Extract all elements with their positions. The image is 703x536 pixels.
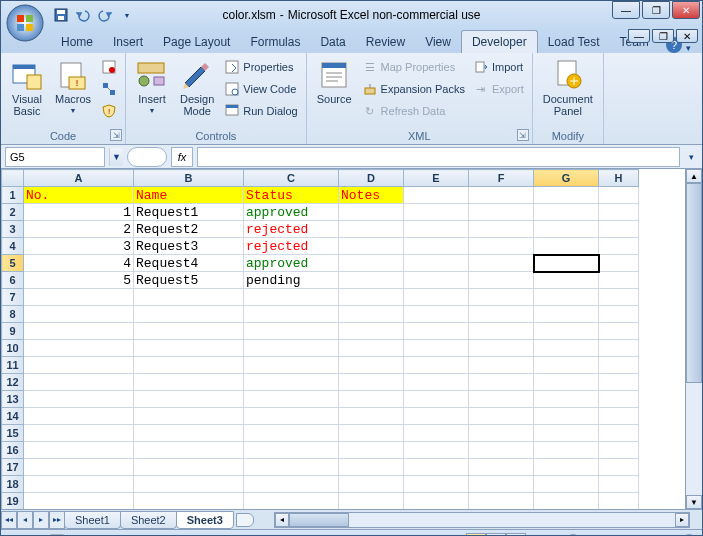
cell-G18[interactable] <box>534 476 599 493</box>
cell-D8[interactable] <box>339 306 404 323</box>
cell-C14[interactable] <box>244 408 339 425</box>
cell-B11[interactable] <box>134 357 244 374</box>
cell-H8[interactable] <box>599 306 639 323</box>
cell-A2[interactable]: 1 <box>24 204 134 221</box>
cell-H2[interactable] <box>599 204 639 221</box>
scroll-down-button[interactable]: ▼ <box>686 495 702 509</box>
cell-B13[interactable] <box>134 391 244 408</box>
cell-G15[interactable] <box>534 425 599 442</box>
cell-E17[interactable] <box>404 459 469 476</box>
cell-F4[interactable] <box>469 238 534 255</box>
cell-H16[interactable] <box>599 442 639 459</box>
cell-F18[interactable] <box>469 476 534 493</box>
cell-F16[interactable] <box>469 442 534 459</box>
col-header-D[interactable]: D <box>339 170 404 187</box>
tab-developer[interactable]: Developer <box>461 30 538 53</box>
cell-D7[interactable] <box>339 289 404 306</box>
tab-view[interactable]: View <box>415 31 461 53</box>
cell-C4[interactable]: rejected <box>244 238 339 255</box>
use-relative-refs-button[interactable] <box>99 79 119 99</box>
cell-D19[interactable] <box>339 493 404 510</box>
cell-E13[interactable] <box>404 391 469 408</box>
cell-G4[interactable] <box>534 238 599 255</box>
cell-H11[interactable] <box>599 357 639 374</box>
col-header-B[interactable]: B <box>134 170 244 187</box>
cell-C11[interactable] <box>244 357 339 374</box>
macro-record-status-icon[interactable] <box>49 533 65 537</box>
cell-H4[interactable] <box>599 238 639 255</box>
cell-F2[interactable] <box>469 204 534 221</box>
cell-H9[interactable] <box>599 323 639 340</box>
cell-B5[interactable]: Request4 <box>134 255 244 272</box>
tab-home[interactable]: Home <box>51 31 103 53</box>
cell-A19[interactable] <box>24 493 134 510</box>
vertical-scrollbar[interactable]: ▲ ▼ <box>685 169 702 509</box>
cell-B19[interactable] <box>134 493 244 510</box>
cell-A11[interactable] <box>24 357 134 374</box>
cell-B3[interactable]: Request2 <box>134 221 244 238</box>
sheet-tab-sheet2[interactable]: Sheet2 <box>120 511 177 529</box>
cell-A18[interactable] <box>24 476 134 493</box>
normal-view-button[interactable] <box>466 533 486 537</box>
scroll-left-button[interactable]: ◂ <box>275 513 289 527</box>
cell-C13[interactable] <box>244 391 339 408</box>
cell-E7[interactable] <box>404 289 469 306</box>
cell-E3[interactable] <box>404 221 469 238</box>
view-code-button[interactable]: View Code <box>222 79 299 99</box>
row-header-11[interactable]: 11 <box>2 357 24 374</box>
row-header-10[interactable]: 10 <box>2 340 24 357</box>
cell-C17[interactable] <box>244 459 339 476</box>
cell-E11[interactable] <box>404 357 469 374</box>
cell-C18[interactable] <box>244 476 339 493</box>
name-box-dropdown[interactable]: ▼ <box>109 148 123 166</box>
last-sheet-button[interactable]: ▸▸ <box>49 511 65 529</box>
tab-insert[interactable]: Insert <box>103 31 153 53</box>
cell-F14[interactable] <box>469 408 534 425</box>
group-code-launcher[interactable]: ⇲ <box>110 129 122 141</box>
design-mode-button[interactable]: Design Mode <box>176 57 218 119</box>
name-box[interactable]: G5 <box>5 147 105 167</box>
scroll-right-button[interactable]: ▸ <box>675 513 689 527</box>
vertical-scroll-thumb[interactable] <box>686 183 702 383</box>
cell-B12[interactable] <box>134 374 244 391</box>
cell-H5[interactable] <box>599 255 639 272</box>
cell-C12[interactable] <box>244 374 339 391</box>
col-header-H[interactable]: H <box>599 170 639 187</box>
cell-C15[interactable] <box>244 425 339 442</box>
cell-D1[interactable]: Notes <box>339 187 404 204</box>
cell-E10[interactable] <box>404 340 469 357</box>
document-panel-button[interactable]: Document Panel <box>539 57 597 119</box>
cell-B17[interactable] <box>134 459 244 476</box>
sheet-tab-sheet1[interactable]: Sheet1 <box>64 511 121 529</box>
row-header-14[interactable]: 14 <box>2 408 24 425</box>
cell-F5[interactable] <box>469 255 534 272</box>
cell-C7[interactable] <box>244 289 339 306</box>
minimize-ribbon-icon[interactable]: ▾ <box>686 43 698 53</box>
cell-G14[interactable] <box>534 408 599 425</box>
cell-F11[interactable] <box>469 357 534 374</box>
cell-H15[interactable] <box>599 425 639 442</box>
cell-A17[interactable] <box>24 459 134 476</box>
cell-H6[interactable] <box>599 272 639 289</box>
import-button[interactable]: Import <box>471 57 526 77</box>
row-header-1[interactable]: 1 <box>2 187 24 204</box>
cell-B16[interactable] <box>134 442 244 459</box>
cell-E19[interactable] <box>404 493 469 510</box>
row-header-6[interactable]: 6 <box>2 272 24 289</box>
cell-A16[interactable] <box>24 442 134 459</box>
cell-G8[interactable] <box>534 306 599 323</box>
cell-H19[interactable] <box>599 493 639 510</box>
row-header-17[interactable]: 17 <box>2 459 24 476</box>
col-header-F[interactable]: F <box>469 170 534 187</box>
cell-B14[interactable] <box>134 408 244 425</box>
cell-G19[interactable] <box>534 493 599 510</box>
cell-G1[interactable] <box>534 187 599 204</box>
tab-load-test[interactable]: Load Test <box>538 31 610 53</box>
row-header-16[interactable]: 16 <box>2 442 24 459</box>
cell-E15[interactable] <box>404 425 469 442</box>
page-break-view-button[interactable] <box>506 533 526 537</box>
row-header-4[interactable]: 4 <box>2 238 24 255</box>
row-header-8[interactable]: 8 <box>2 306 24 323</box>
cell-F3[interactable] <box>469 221 534 238</box>
cell-H3[interactable] <box>599 221 639 238</box>
